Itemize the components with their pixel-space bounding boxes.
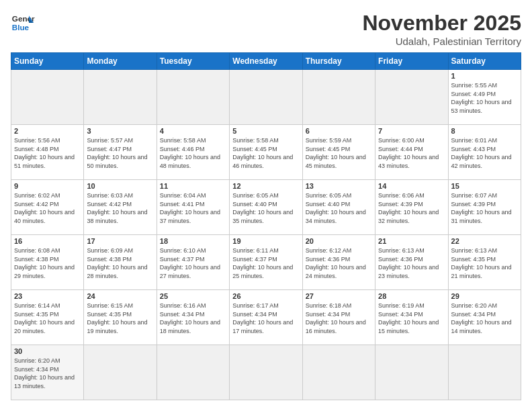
day-info: Sunrise: 6:08 AM Sunset: 4:38 PM Dayligh… <box>14 246 81 280</box>
calendar-day-cell: 25Sunrise: 6:16 AM Sunset: 4:34 PM Dayli… <box>157 290 229 345</box>
header-saturday: Saturday <box>448 53 521 70</box>
calendar-day-cell: 26Sunrise: 6:17 AM Sunset: 4:34 PM Dayli… <box>230 290 302 345</box>
calendar-day-cell <box>230 70 302 125</box>
day-number: 25 <box>160 292 226 300</box>
day-info: Sunrise: 6:13 AM Sunset: 4:36 PM Dayligh… <box>378 246 445 280</box>
logo-icon: General Blue <box>11 11 35 35</box>
day-number: 11 <box>160 182 226 190</box>
day-info: Sunrise: 6:09 AM Sunset: 4:38 PM Dayligh… <box>87 246 153 280</box>
calendar-day-cell <box>11 70 84 125</box>
day-info: Sunrise: 5:55 AM Sunset: 4:49 PM Dayligh… <box>451 81 518 115</box>
calendar-week-row: 2Sunrise: 5:56 AM Sunset: 4:48 PM Daylig… <box>11 125 521 180</box>
calendar-table: Sunday Monday Tuesday Wednesday Thursday… <box>11 52 521 400</box>
day-info: Sunrise: 6:13 AM Sunset: 4:35 PM Dayligh… <box>451 246 518 280</box>
day-number: 1 <box>451 72 518 80</box>
day-number: 7 <box>378 127 445 135</box>
calendar-week-row: 16Sunrise: 6:08 AM Sunset: 4:38 PM Dayli… <box>11 235 521 290</box>
day-number: 22 <box>451 237 518 245</box>
day-info: Sunrise: 6:03 AM Sunset: 4:42 PM Dayligh… <box>87 191 153 225</box>
calendar-day-cell <box>302 345 375 400</box>
day-number: 30 <box>14 347 81 355</box>
day-number: 27 <box>306 292 372 300</box>
calendar-week-row: 23Sunrise: 6:14 AM Sunset: 4:35 PM Dayli… <box>11 290 521 345</box>
calendar-day-cell: 29Sunrise: 6:20 AM Sunset: 4:34 PM Dayli… <box>448 290 521 345</box>
header-wednesday: Wednesday <box>230 53 302 70</box>
header-monday: Monday <box>84 53 157 70</box>
day-info: Sunrise: 6:17 AM Sunset: 4:34 PM Dayligh… <box>232 302 299 335</box>
calendar-day-cell: 24Sunrise: 6:15 AM Sunset: 4:35 PM Dayli… <box>84 290 157 345</box>
day-number: 6 <box>306 127 372 135</box>
day-info: Sunrise: 6:06 AM Sunset: 4:39 PM Dayligh… <box>378 191 445 225</box>
day-info: Sunrise: 6:18 AM Sunset: 4:34 PM Dayligh… <box>306 302 372 335</box>
calendar-day-cell: 12Sunrise: 6:05 AM Sunset: 4:40 PM Dayli… <box>230 180 302 235</box>
calendar-day-cell: 13Sunrise: 6:05 AM Sunset: 4:40 PM Dayli… <box>302 180 375 235</box>
day-number: 13 <box>306 182 372 190</box>
day-info: Sunrise: 6:15 AM Sunset: 4:35 PM Dayligh… <box>87 302 153 335</box>
day-info: Sunrise: 6:05 AM Sunset: 4:40 PM Dayligh… <box>232 191 299 225</box>
day-number: 20 <box>306 237 372 245</box>
calendar-day-cell: 19Sunrise: 6:11 AM Sunset: 4:37 PM Dayli… <box>230 235 302 290</box>
weekday-header-row: Sunday Monday Tuesday Wednesday Thursday… <box>11 53 521 70</box>
calendar-week-row: 1Sunrise: 5:55 AM Sunset: 4:49 PM Daylig… <box>11 70 521 125</box>
calendar-day-cell <box>375 345 448 400</box>
day-number: 17 <box>87 237 153 245</box>
calendar-day-cell <box>230 345 302 400</box>
day-info: Sunrise: 6:01 AM Sunset: 4:43 PM Dayligh… <box>451 136 518 170</box>
day-info: Sunrise: 6:02 AM Sunset: 4:42 PM Dayligh… <box>14 191 81 225</box>
calendar-day-cell: 11Sunrise: 6:04 AM Sunset: 4:41 PM Dayli… <box>157 180 229 235</box>
day-info: Sunrise: 6:00 AM Sunset: 4:44 PM Dayligh… <box>378 136 445 170</box>
header-friday: Friday <box>375 53 448 70</box>
header-sunday: Sunday <box>11 53 84 70</box>
day-info: Sunrise: 5:59 AM Sunset: 4:45 PM Dayligh… <box>306 136 372 170</box>
calendar-day-cell <box>84 345 157 400</box>
calendar-day-cell: 8Sunrise: 6:01 AM Sunset: 4:43 PM Daylig… <box>448 125 521 180</box>
calendar-day-cell <box>84 70 157 125</box>
calendar-day-cell: 23Sunrise: 6:14 AM Sunset: 4:35 PM Dayli… <box>11 290 84 345</box>
day-number: 16 <box>14 237 81 245</box>
calendar-day-cell: 27Sunrise: 6:18 AM Sunset: 4:34 PM Dayli… <box>302 290 375 345</box>
calendar-day-cell <box>448 345 521 400</box>
svg-text:Blue: Blue <box>12 23 30 32</box>
page: General Blue November 2025 Udalah, Pales… <box>0 0 532 411</box>
header-thursday: Thursday <box>302 53 375 70</box>
day-number: 24 <box>87 292 153 300</box>
day-info: Sunrise: 6:04 AM Sunset: 4:41 PM Dayligh… <box>160 191 226 225</box>
day-number: 29 <box>451 292 518 300</box>
day-info: Sunrise: 6:19 AM Sunset: 4:34 PM Dayligh… <box>378 302 445 335</box>
day-number: 10 <box>87 182 153 190</box>
calendar-day-cell <box>375 70 448 125</box>
calendar-week-row: 30Sunrise: 6:20 AM Sunset: 4:34 PM Dayli… <box>11 345 521 400</box>
title-section: November 2025 Udalah, Palestinian Territ… <box>362 11 521 47</box>
day-number: 5 <box>232 127 299 135</box>
calendar-day-cell: 6Sunrise: 5:59 AM Sunset: 4:45 PM Daylig… <box>302 125 375 180</box>
calendar-day-cell: 15Sunrise: 6:07 AM Sunset: 4:39 PM Dayli… <box>448 180 521 235</box>
calendar-day-cell: 7Sunrise: 6:00 AM Sunset: 4:44 PM Daylig… <box>375 125 448 180</box>
calendar-day-cell: 18Sunrise: 6:10 AM Sunset: 4:37 PM Dayli… <box>157 235 229 290</box>
day-info: Sunrise: 5:56 AM Sunset: 4:48 PM Dayligh… <box>14 136 81 170</box>
month-title: November 2025 <box>362 11 521 36</box>
day-number: 28 <box>378 292 445 300</box>
calendar-day-cell: 30Sunrise: 6:20 AM Sunset: 4:34 PM Dayli… <box>11 345 84 400</box>
logo: General Blue <box>11 11 35 35</box>
day-info: Sunrise: 5:58 AM Sunset: 4:46 PM Dayligh… <box>160 136 226 170</box>
header: General Blue November 2025 Udalah, Pales… <box>11 11 521 47</box>
day-number: 21 <box>378 237 445 245</box>
calendar-day-cell: 9Sunrise: 6:02 AM Sunset: 4:42 PM Daylig… <box>11 180 84 235</box>
day-number: 14 <box>378 182 445 190</box>
calendar-day-cell: 16Sunrise: 6:08 AM Sunset: 4:38 PM Dayli… <box>11 235 84 290</box>
day-number: 8 <box>451 127 518 135</box>
calendar-day-cell: 1Sunrise: 5:55 AM Sunset: 4:49 PM Daylig… <box>448 70 521 125</box>
calendar-day-cell: 22Sunrise: 6:13 AM Sunset: 4:35 PM Dayli… <box>448 235 521 290</box>
calendar-day-cell: 10Sunrise: 6:03 AM Sunset: 4:42 PM Dayli… <box>84 180 157 235</box>
calendar-day-cell <box>302 70 375 125</box>
calendar-day-cell: 3Sunrise: 5:57 AM Sunset: 4:47 PM Daylig… <box>84 125 157 180</box>
day-number: 15 <box>451 182 518 190</box>
calendar-day-cell: 28Sunrise: 6:19 AM Sunset: 4:34 PM Dayli… <box>375 290 448 345</box>
calendar-day-cell: 20Sunrise: 6:12 AM Sunset: 4:36 PM Dayli… <box>302 235 375 290</box>
day-number: 23 <box>14 292 81 300</box>
day-info: Sunrise: 6:05 AM Sunset: 4:40 PM Dayligh… <box>306 191 372 225</box>
day-info: Sunrise: 5:58 AM Sunset: 4:45 PM Dayligh… <box>232 136 299 170</box>
day-info: Sunrise: 6:14 AM Sunset: 4:35 PM Dayligh… <box>14 302 81 335</box>
subtitle: Udalah, Palestinian Territory <box>362 36 521 47</box>
day-number: 18 <box>160 237 226 245</box>
